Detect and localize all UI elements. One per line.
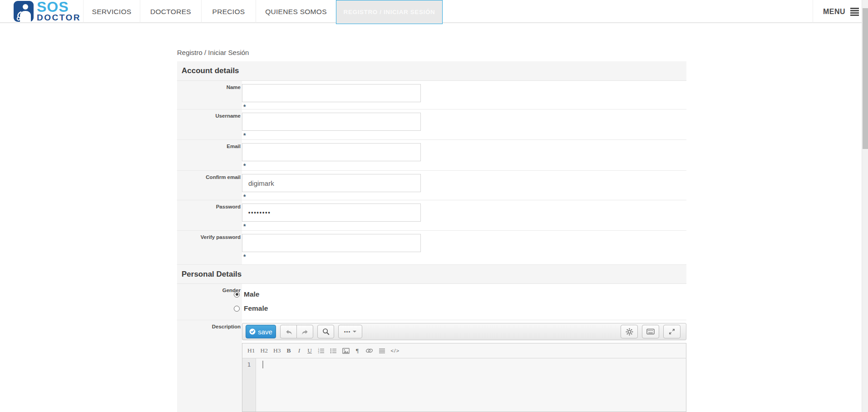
search-icon xyxy=(322,328,330,335)
ellipsis-icon: ••• xyxy=(344,329,351,334)
required-star: * xyxy=(243,193,246,200)
male-label: Male xyxy=(244,290,259,298)
gender-option-female[interactable]: Female xyxy=(234,304,268,313)
registration-form: Account details Name * Username * Email … xyxy=(177,61,686,412)
nav-item-quienes-somos[interactable]: QUIENES SOMOS xyxy=(256,0,336,23)
verify-password-input[interactable] xyxy=(242,234,421,252)
vertical-scrollbar[interactable] xyxy=(862,0,868,412)
paragraph-button[interactable]: ¶ xyxy=(354,345,361,356)
verify-password-label: Verify password xyxy=(177,231,242,264)
fullscreen-button[interactable] xyxy=(663,325,681,338)
bold-button[interactable]: B xyxy=(285,345,293,356)
italic-button[interactable]: I xyxy=(296,345,303,356)
radio-female[interactable] xyxy=(234,306,240,312)
save-button-label: save xyxy=(258,328,272,336)
heading1-button[interactable]: H1 xyxy=(246,345,256,356)
keyboard-shortcuts-button[interactable] xyxy=(642,325,659,338)
format-toolbar: H1 H2 H3 B I U 123 xyxy=(242,343,686,358)
menu-toggle[interactable]: MENU xyxy=(813,0,863,23)
heading2-button[interactable]: H2 xyxy=(259,345,270,356)
password-input[interactable] xyxy=(242,204,421,222)
editor-body: H1 H2 H3 B I U 123 xyxy=(242,343,686,412)
confirm-email-row: Confirm email * xyxy=(177,171,686,200)
verify-password-row: Verify password * xyxy=(177,231,686,265)
horizontal-rule-button[interactable] xyxy=(377,345,387,356)
search-button[interactable] xyxy=(317,325,334,338)
required-star: * xyxy=(243,162,246,169)
svg-text:3: 3 xyxy=(318,352,319,354)
logo-doctor-text: DOCTOR xyxy=(37,13,81,22)
check-circle-icon xyxy=(249,328,256,335)
main-menu: SERVICIOS DOCTORES PRECIOS QUIENES SOMOS… xyxy=(83,0,443,23)
gender-option-male[interactable]: Male xyxy=(234,290,259,298)
redo-icon xyxy=(301,328,309,335)
underline-button[interactable]: U xyxy=(306,345,314,356)
nav-item-servicios[interactable]: SERVICIOS xyxy=(83,0,140,23)
required-star: * xyxy=(243,223,246,230)
email-row: Email * xyxy=(177,140,686,171)
editor-textarea[interactable]: 1 xyxy=(242,358,686,412)
undo-icon xyxy=(285,328,292,335)
undo-redo-group xyxy=(280,325,313,338)
redo-button[interactable] xyxy=(296,325,313,338)
settings-button[interactable] xyxy=(621,325,638,338)
unordered-list-button[interactable] xyxy=(329,345,338,356)
username-label: Username xyxy=(177,109,242,139)
gender-row: Gender Male Female xyxy=(177,284,686,320)
confirm-email-label: Confirm email xyxy=(177,171,242,200)
email-label: Email xyxy=(177,140,242,170)
site-logo[interactable]: SOS DOCTOR xyxy=(14,1,81,22)
horizontal-rule-icon xyxy=(379,348,385,354)
gender-label: Gender xyxy=(177,284,242,320)
link-icon xyxy=(365,348,373,353)
chevron-down-icon xyxy=(353,331,356,333)
nav-item-precios[interactable]: PRECIOS xyxy=(201,0,256,23)
nav-item-doctores[interactable]: DOCTORES xyxy=(140,0,201,23)
text-cursor xyxy=(262,361,263,368)
ordered-list-button[interactable]: 123 xyxy=(316,345,326,356)
username-row: Username * xyxy=(177,109,686,140)
description-editor: save xyxy=(242,323,686,412)
insert-image-button[interactable] xyxy=(341,345,351,356)
required-star: * xyxy=(243,253,246,260)
insert-link-button[interactable] xyxy=(364,345,375,356)
sos-doctor-logo-icon xyxy=(14,1,34,22)
expand-icon xyxy=(668,328,676,335)
menu-label: MENU xyxy=(823,8,845,16)
keyboard-icon xyxy=(646,328,655,335)
female-label: Female xyxy=(244,304,268,313)
top-navbar: SOS DOCTOR SERVICIOS DOCTORES PRECIOS QU… xyxy=(0,0,868,23)
hamburger-icon xyxy=(850,8,859,16)
name-row: Name * xyxy=(177,81,686,109)
username-input[interactable] xyxy=(242,113,421,131)
name-input[interactable] xyxy=(242,84,421,102)
account-details-heading: Account details xyxy=(177,61,686,81)
heading3-button[interactable]: H3 xyxy=(272,345,282,356)
scrollbar-thumb[interactable] xyxy=(863,8,868,149)
logo-sos-text: SOS xyxy=(37,1,81,13)
save-button[interactable]: save xyxy=(246,325,276,338)
line-number: 1 xyxy=(242,361,256,368)
gear-icon xyxy=(626,328,633,336)
image-icon xyxy=(342,348,350,354)
logo-text: SOS DOCTOR xyxy=(37,1,81,22)
password-label: Password xyxy=(177,200,242,230)
confirm-email-input[interactable] xyxy=(242,174,421,192)
required-star: * xyxy=(243,132,246,139)
description-row: Description save xyxy=(177,320,686,412)
breadcrumb: Registro / Iniciar Sesión xyxy=(177,49,249,56)
description-label: Description xyxy=(177,320,242,412)
undo-button[interactable] xyxy=(280,325,297,338)
email-input[interactable] xyxy=(242,143,421,161)
more-options-button[interactable]: ••• xyxy=(338,325,362,338)
radio-male[interactable] xyxy=(234,292,240,298)
editor-toolbar: save xyxy=(242,323,686,340)
password-row: Password * xyxy=(177,200,686,231)
personal-details-heading: Personal Details xyxy=(177,265,686,284)
nav-item-registro-active[interactable]: REGISTRO / INICIAR SESIÓN xyxy=(336,0,443,24)
code-button[interactable]: </> xyxy=(390,345,401,356)
name-label: Name xyxy=(177,81,242,109)
unordered-list-icon xyxy=(330,348,337,354)
line-number-gutter: 1 xyxy=(242,358,256,412)
ordered-list-icon: 123 xyxy=(318,348,325,354)
